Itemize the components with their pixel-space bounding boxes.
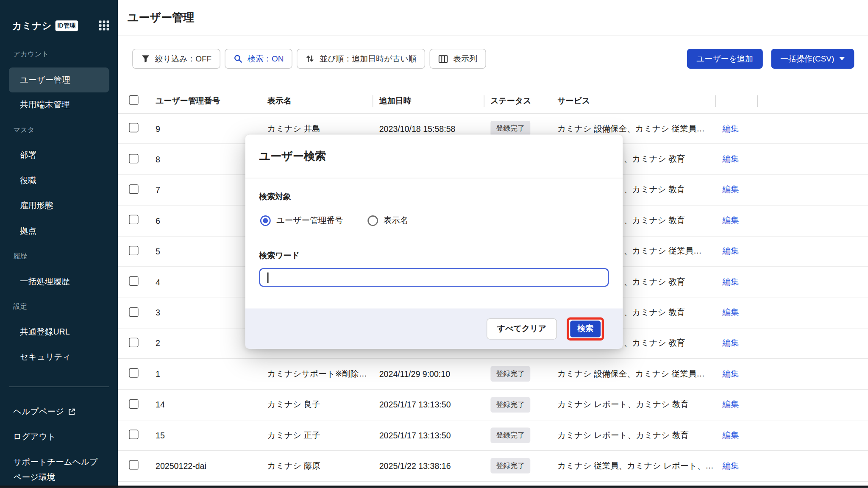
row-checkbox[interactable] <box>129 246 138 255</box>
column-divider <box>757 95 758 107</box>
sidebar-footer: ヘルプページ ログアウト サポートチームヘルプページ環境 <box>0 399 118 485</box>
apps-grid-icon[interactable] <box>99 20 109 31</box>
edit-link[interactable]: 編集 <box>715 185 739 194</box>
sidebar-section-label: 履歴 <box>0 244 118 269</box>
cell-display-name: カミナシ 藤原 <box>267 461 379 471</box>
cell-edit: 編集 <box>715 215 757 226</box>
status-badge: 登録完了 <box>490 121 530 137</box>
header-display-name: 表示名 <box>267 95 379 106</box>
cell-added-date: 2023/10/18 15:58:58 <box>379 124 491 133</box>
cell-services: カミナシ 従業員、カミナシ レポート、… <box>557 461 715 471</box>
sidebar-logo-row: カミナシ ID管理 <box>12 19 109 32</box>
bulk-csv-button[interactable]: 一括操作(CSV) <box>771 49 854 69</box>
radio-icon[interactable] <box>260 215 271 226</box>
search-target-radio[interactable]: ユーザー管理番号 <box>260 215 343 226</box>
select-all-checkbox[interactable] <box>129 95 138 105</box>
cell-display-name: カミナシ 正子 <box>267 430 379 441</box>
column-divider <box>484 95 484 107</box>
edit-link[interactable]: 編集 <box>715 154 739 163</box>
search-target-radio[interactable]: 表示名 <box>367 215 409 226</box>
columns-button[interactable]: 表示列 <box>430 49 486 69</box>
row-checkbox[interactable] <box>129 399 138 408</box>
row-checkbox[interactable] <box>129 154 138 163</box>
sort-button[interactable]: 並び順：追加日時が古い順 <box>297 49 426 69</box>
add-user-button[interactable]: ユーザーを追加 <box>687 49 762 69</box>
user-search-modal: ユーザー検索 検索対象 ユーザー管理番号 表示名 検索ワード すべてクリア 検索 <box>245 134 623 349</box>
radio-label: 表示名 <box>384 215 409 226</box>
sidebar-item-support-env[interactable]: サポートチームヘルプページ環境 <box>0 454 98 485</box>
search-button[interactable]: 検索：ON <box>225 49 293 69</box>
cell-edit: 編集 <box>715 154 757 165</box>
filter-button[interactable]: 絞り込み：OFF <box>132 49 220 69</box>
edit-link[interactable]: 編集 <box>715 369 739 378</box>
sidebar-item-help[interactable]: ヘルプページ <box>0 399 118 424</box>
sidebar-item-logout[interactable]: ログアウト <box>0 424 118 449</box>
search-keyword-label: 検索ワード <box>259 250 609 261</box>
cell-status: 登録完了 <box>490 366 557 382</box>
sidebar-section-label: アカウント <box>0 42 118 67</box>
search-keyword-input[interactable] <box>259 268 609 287</box>
status-badge: 登録完了 <box>490 427 530 443</box>
sidebar-section-label: 設定 <box>0 294 118 319</box>
cell-user-id: 20250122-dai <box>156 461 267 471</box>
toolbar: 絞り込み：OFF 検索：ON 並び順：追加日時が古い順 <box>118 36 868 69</box>
row-checkbox[interactable] <box>129 123 138 132</box>
header-added-date: 追加日時 <box>379 95 491 106</box>
sidebar-item[interactable]: 共通登録URL <box>9 319 109 344</box>
cell-status: 登録完了 <box>490 397 557 413</box>
cell-status: 登録完了 <box>490 121 557 137</box>
table-row: 14 カミナシ 良子 2025/1/17 13:13:50 登録完了 カミナシ … <box>118 390 868 420</box>
column-divider <box>373 95 373 107</box>
table-row: 1 カミナシサポート※削除… 2024/11/29 9:00:10 登録完了 カ… <box>118 359 868 390</box>
sidebar-item[interactable]: 部署 <box>9 143 109 168</box>
sidebar-item[interactable]: 一括処理履歴 <box>9 269 109 294</box>
cell-status: 登録完了 <box>490 458 557 474</box>
sidebar-item[interactable]: 役職 <box>9 168 109 193</box>
edit-link[interactable]: 編集 <box>715 461 739 470</box>
row-checkbox[interactable] <box>129 184 138 194</box>
modal-search-button[interactable]: 検索 <box>570 321 601 337</box>
external-link-icon <box>68 408 75 415</box>
cell-edit: 編集 <box>715 185 757 195</box>
edit-link[interactable]: 編集 <box>715 307 739 317</box>
sidebar-item[interactable]: 雇用形態 <box>9 193 109 218</box>
cell-edit: 編集 <box>715 277 757 287</box>
sidebar-divider <box>9 386 109 387</box>
sidebar-item[interactable]: 共用端末管理 <box>9 92 109 117</box>
search-target-label: 検索対象 <box>259 192 609 202</box>
search-target-radios: ユーザー管理番号 表示名 <box>260 215 609 226</box>
cell-user-id: 9 <box>156 124 267 133</box>
clear-all-button[interactable]: すべてクリア <box>487 318 557 339</box>
edit-link[interactable]: 編集 <box>715 246 739 255</box>
sidebar-section-label: マスタ <box>0 118 118 143</box>
filter-funnel-icon <box>141 54 150 63</box>
row-checkbox[interactable] <box>129 276 138 286</box>
annotation-highlight: 検索 <box>567 317 604 340</box>
sidebar-item[interactable]: セキュリティ <box>9 344 109 369</box>
table-header-row: ユーザー管理番号 表示名 追加日時 ステータス サービス <box>118 89 868 114</box>
sidebar-nav: アカウントユーザー管理共用端末管理マスタ部署役職雇用形態拠点履歴一括処理履歴設定… <box>0 42 118 370</box>
row-checkbox[interactable] <box>129 307 138 316</box>
row-checkbox[interactable] <box>129 430 138 439</box>
header-user-id: ユーザー管理番号 <box>156 95 267 106</box>
cell-services: カミナシ レポート、カミナシ 教育 <box>557 399 715 410</box>
modal-title: ユーザー検索 <box>245 134 623 164</box>
row-checkbox[interactable] <box>129 460 138 470</box>
edit-link[interactable]: 編集 <box>715 277 739 286</box>
sort-arrows-icon <box>306 54 315 63</box>
cell-display-name: カミナシサポート※削除… <box>267 369 379 379</box>
edit-link[interactable]: 編集 <box>715 338 739 347</box>
edit-link[interactable]: 編集 <box>715 215 739 225</box>
radio-icon[interactable] <box>367 215 378 226</box>
row-checkbox[interactable] <box>129 215 138 224</box>
sidebar-item[interactable]: ユーザー管理 <box>9 67 109 92</box>
edit-link[interactable]: 編集 <box>715 123 739 133</box>
sidebar-item[interactable]: 拠点 <box>9 218 109 243</box>
row-checkbox[interactable] <box>129 338 138 347</box>
row-checkbox[interactable] <box>129 368 138 378</box>
edit-link[interactable]: 編集 <box>715 430 739 439</box>
search-icon <box>234 54 242 63</box>
edit-link[interactable]: 編集 <box>715 399 739 409</box>
table-row: 15 カミナシ 正子 2025/1/17 13:13:50 登録完了 カミナシ … <box>118 420 868 451</box>
header-services: サービス <box>557 95 715 106</box>
